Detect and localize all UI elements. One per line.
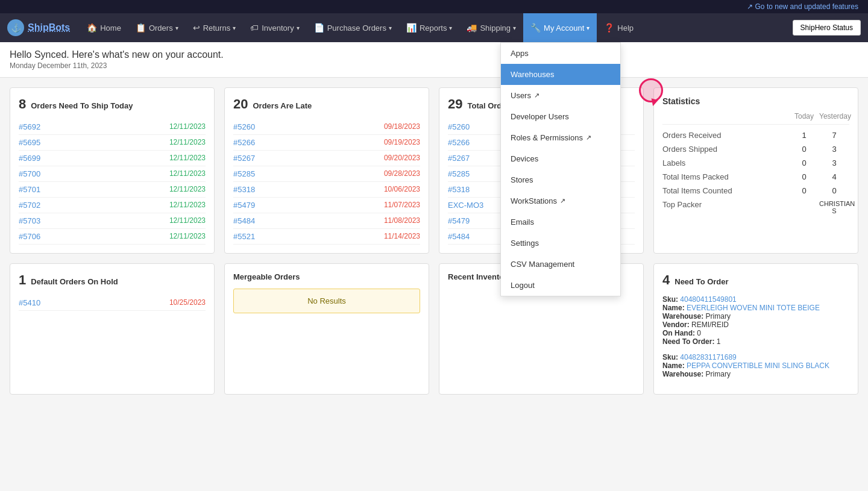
nav-item-reports[interactable]: 📊 Reports ▾ — [399, 13, 460, 42]
orders-hold-title: Default Orders On Hold — [31, 277, 118, 286]
nav-item-returns[interactable]: ↩ Returns ▾ — [186, 13, 244, 42]
order-link[interactable]: #5267 — [448, 154, 470, 163]
workstations-label: WorkStations — [511, 196, 557, 205]
order-link[interactable]: #5266 — [233, 138, 255, 147]
nav-item-purchase-orders[interactable]: 📄 Purchase Orders ▾ — [307, 13, 399, 42]
need-to-order-val-1: 1 — [717, 337, 721, 346]
dropdown-item-roles-permissions[interactable]: Roles & Permissions ↗ — [501, 127, 620, 148]
order-link[interactable]: #5266 — [448, 138, 470, 147]
order-link[interactable]: #5521 — [233, 232, 255, 241]
stat-label: Orders Shipped — [662, 145, 789, 154]
stat-today-val: 1 — [789, 131, 819, 140]
shipping-chevron-icon: ▾ — [513, 25, 516, 31]
table-row: #5692 12/11/2023 — [19, 119, 206, 135]
order-date: 10/06/2023 — [384, 185, 420, 194]
nav-item-inventory[interactable]: 🏷 Inventory ▾ — [243, 13, 306, 42]
order-link[interactable]: #5699 — [19, 154, 40, 163]
stat-yesterday-val: 0 — [819, 186, 849, 195]
stats-row-top-packer: Top Packer CHRISTIAN S — [662, 198, 849, 217]
shiphero-status-button[interactable]: ShipHero Status — [793, 20, 861, 36]
order-link[interactable]: #5410 — [19, 298, 40, 307]
order-date: 12/11/2023 — [169, 122, 206, 131]
sku-link-1[interactable]: 40480411549801 — [680, 295, 736, 304]
table-row: #5521 11/14/2023 — [233, 229, 420, 245]
nav-label-help: Help — [617, 23, 634, 33]
order-link[interactable]: #5285 — [233, 169, 255, 178]
nav-item-shipping[interactable]: 🚚 Shipping ▾ — [459, 13, 523, 42]
statistics-title: Statistics — [662, 96, 849, 106]
order-date: 12/11/2023 — [169, 201, 206, 210]
dropdown-item-apps[interactable]: Apps — [501, 43, 620, 64]
warehouses-label: Warehouses — [511, 70, 555, 79]
sku-link-2[interactable]: 40482831171689 — [680, 353, 736, 361]
need-to-order-header: 4 Need To Order — [662, 272, 849, 288]
dropdown-item-settings[interactable]: Settings — [501, 233, 620, 254]
item-name-link-1[interactable]: EVERLEIGH WOVEN MINI TOTE BEIGE — [687, 304, 820, 312]
dropdown-item-emails[interactable]: Emails — [501, 211, 620, 233]
returns-icon: ↩ — [193, 23, 200, 33]
table-row: #5700 12/11/2023 — [19, 166, 206, 182]
order-date: 10/25/2023 — [169, 298, 206, 307]
stat-today-val: 0 — [789, 158, 819, 167]
name-label-2: Name: — [662, 361, 687, 370]
order-date: 11/08/2023 — [384, 216, 420, 225]
reports-chevron-icon: ▾ — [449, 25, 452, 31]
dropdown-item-csv-management[interactable]: CSV Management — [501, 254, 620, 275]
order-link[interactable]: EXC-MO3 — [448, 201, 483, 210]
roles-external-icon: ↗ — [586, 134, 591, 142]
nav-item-orders[interactable]: 📋 Orders ▾ — [128, 13, 186, 42]
reports-icon: 📊 — [406, 23, 417, 33]
order-link[interactable]: #5702 — [19, 201, 40, 210]
orders-late-card: 20 Orders Are Late #5260 09/18/2023 #526… — [224, 87, 429, 254]
nav-item-home[interactable]: 🏠 Home — [80, 13, 128, 42]
nav-item-my-account[interactable]: 🔧 My Account ▾ — [523, 13, 597, 42]
stats-today-header: Today — [789, 112, 819, 120]
new-features-link[interactable]: ↗ Go to new and updated features — [747, 2, 858, 11]
order-date: 12/11/2023 — [169, 216, 206, 225]
dropdown-item-workstations[interactable]: WorkStations ↗ — [501, 190, 620, 211]
order-link[interactable]: #5703 — [19, 216, 40, 225]
order-date: 12/11/2023 — [169, 169, 206, 178]
main-content: 8 Orders Need To Ship Today #5692 12/11/… — [0, 78, 868, 263]
table-row: #5267 09/20/2023 — [233, 151, 420, 166]
workstations-external-icon: ↗ — [560, 197, 565, 205]
order-link[interactable]: #5479 — [448, 216, 470, 225]
order-link[interactable]: #5267 — [233, 154, 255, 163]
order-link[interactable]: #5484 — [233, 216, 255, 225]
order-link[interactable]: #5260 — [448, 122, 470, 131]
nav-right: ShipHero Status — [793, 20, 861, 36]
order-link[interactable]: #5285 — [448, 169, 470, 178]
item-name-link-2[interactable]: PEPPA CONVERTIBLE MINI SLING BLACK — [687, 361, 829, 370]
dropdown-item-warehouses[interactable]: Warehouses — [501, 64, 620, 85]
order-date: 11/14/2023 — [384, 232, 420, 241]
table-row: #5260 09/18/2023 — [233, 119, 420, 135]
order-link[interactable]: #5484 — [448, 232, 470, 241]
nav-label-orders: Orders — [149, 23, 173, 33]
table-row: #5695 12/11/2023 — [19, 135, 206, 151]
dropdown-item-devices[interactable]: Devices — [501, 148, 620, 169]
order-link[interactable]: #5692 — [19, 122, 40, 131]
table-row: #5702 12/11/2023 — [19, 198, 206, 213]
orders-late-header: 20 Orders Are Late — [233, 96, 420, 112]
logout-label: Logout — [511, 281, 535, 290]
dropdown-item-users[interactable]: Users ↗ — [501, 85, 620, 106]
order-link[interactable]: #5701 — [19, 185, 40, 194]
logo[interactable]: ⚓ ShipBots — [7, 19, 70, 36]
order-link[interactable]: #5700 — [19, 169, 40, 178]
need-to-order-label-1: Need To Order: — [662, 337, 717, 346]
dropdown-item-stores[interactable]: Stores — [501, 169, 620, 190]
order-link[interactable]: #5318 — [448, 185, 470, 194]
order-link[interactable]: #5260 — [233, 122, 255, 131]
dropdown-item-developer-users[interactable]: Developer Users — [501, 106, 620, 127]
order-link[interactable]: #5706 — [19, 232, 40, 241]
nav-item-help[interactable]: ❓ Help — [597, 13, 641, 42]
dropdown-item-logout[interactable]: Logout — [501, 275, 620, 296]
orders-hold-count: 1 — [19, 272, 26, 288]
order-link[interactable]: #5318 — [233, 185, 255, 194]
orders-ship-count: 8 — [19, 96, 26, 112]
nav-label-reports: Reports — [420, 23, 447, 33]
top-banner[interactable]: ↗ Go to new and updated features — [0, 0, 868, 13]
nav-label-my-account: My Account — [544, 23, 584, 33]
order-link[interactable]: #5695 — [19, 138, 40, 147]
order-link[interactable]: #5479 — [233, 201, 255, 210]
